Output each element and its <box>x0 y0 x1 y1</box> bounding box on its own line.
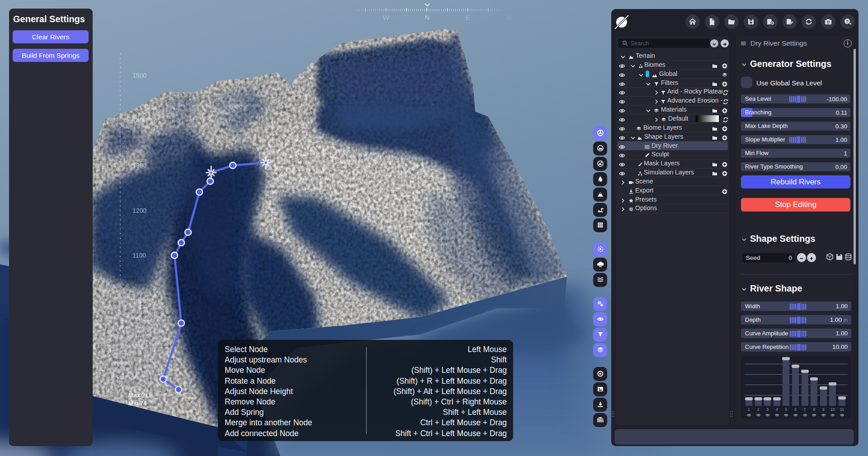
svg-text:S: S <box>506 14 511 21</box>
svg-text:N: N <box>425 14 430 21</box>
svg-text:E: E <box>466 14 470 21</box>
svg-text:1000: 1000 <box>132 297 146 305</box>
svg-text:1300: 1300 <box>132 162 146 169</box>
svg-text:Max 211: Max 211 <box>128 392 151 399</box>
svg-text:W: W <box>383 14 390 21</box>
svg-text:1100: 1100 <box>132 252 146 259</box>
svg-text:1500: 1500 <box>132 72 146 79</box>
svg-text:1400: 1400 <box>132 117 146 124</box>
svg-text:Min 74: Min 74 <box>128 400 147 407</box>
svg-text:900: 900 <box>133 343 144 350</box>
svg-text:1200: 1200 <box>132 207 146 214</box>
svg-text:?: ? <box>846 19 849 24</box>
